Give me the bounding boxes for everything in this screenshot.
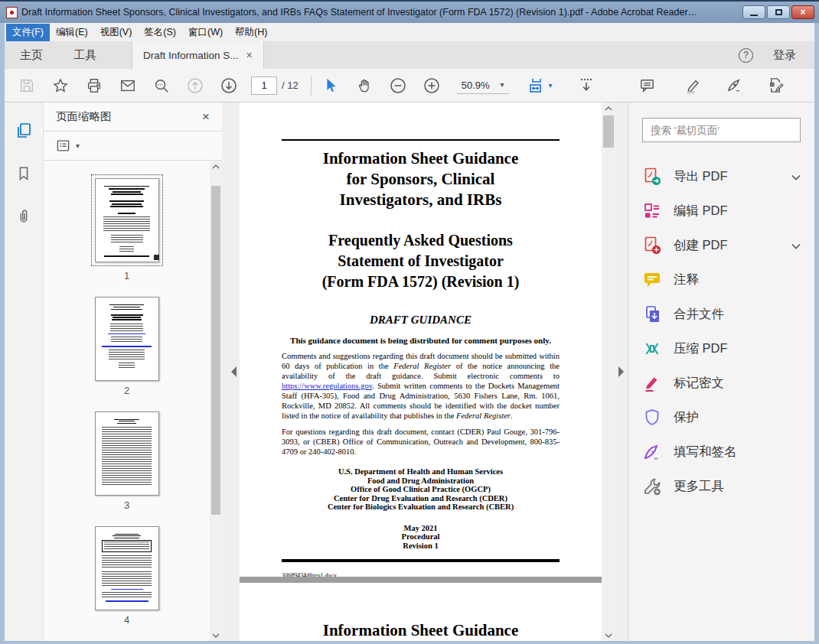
help-icon[interactable]: ?	[739, 48, 753, 63]
scroll-up-icon[interactable]	[602, 102, 615, 114]
tool-edit-pdf[interactable]: 编辑 PDF	[642, 194, 801, 228]
chevron-down-icon[interactable]	[791, 239, 801, 252]
questions-paragraph: For questions regarding this draft docum…	[282, 427, 560, 457]
email-button[interactable]	[116, 74, 139, 97]
scroll-down-icon[interactable]	[210, 629, 222, 641]
thumbnail-scrollbar[interactable]	[210, 161, 222, 641]
title-line: Investigators, and IRBs	[282, 190, 560, 210]
scroll-mode-button[interactable]	[575, 74, 598, 97]
hand-tool-button[interactable]	[353, 74, 376, 97]
title-rule	[282, 139, 560, 141]
sign-in-button[interactable]: 登录	[773, 48, 796, 63]
tool-more-tools[interactable]: 更多工具	[642, 469, 801, 503]
close-button[interactable]: ×	[791, 5, 814, 19]
tool-protect[interactable]: 保护	[642, 400, 801, 434]
thumbnail-page-number: 3	[124, 499, 129, 511]
chevron-down-icon[interactable]	[791, 170, 801, 184]
star-button[interactable]	[49, 74, 72, 97]
window-title: Draft Information Sheet Sponsors, Clinic…	[21, 7, 736, 18]
page-number-input[interactable]	[251, 76, 277, 95]
zoom-level-dropdown[interactable]: 50.9% ▾	[457, 77, 509, 94]
bookmarks-rail-button[interactable]	[12, 162, 35, 185]
thumbnail-page-1[interactable]	[91, 174, 163, 266]
next-page-button[interactable]	[217, 74, 240, 97]
minimize-icon	[750, 15, 758, 16]
tool-comment[interactable]: 注释	[642, 262, 801, 297]
tool-label: 保护	[674, 409, 699, 426]
date-line: Revision 1	[282, 542, 560, 551]
fit-width-button[interactable]: ▾	[523, 74, 556, 97]
search-button[interactable]	[150, 74, 173, 97]
date-line: May 2021	[282, 524, 560, 533]
right-panel-splitter[interactable]	[615, 102, 628, 641]
previous-page-button[interactable]	[184, 74, 207, 97]
document-scrollbar[interactable]	[602, 102, 615, 641]
redact-icon	[642, 373, 662, 393]
thumbnail-page-number: 4	[124, 614, 129, 626]
menu-edit[interactable]: 编辑(E)	[50, 24, 94, 41]
tools-search-input[interactable]	[642, 118, 801, 142]
tool-create-pdf[interactable]: 创建 PDF	[642, 228, 801, 262]
menu-view[interactable]: 视图(V)	[94, 24, 139, 41]
scroll-down-icon[interactable]	[602, 629, 615, 641]
fountain-pen-icon	[726, 76, 743, 94]
zoom-in-button[interactable]	[420, 74, 443, 97]
document-title: Information Sheet Guidance for Sponsors,…	[282, 148, 560, 210]
zoom-out-button[interactable]	[387, 74, 410, 97]
tool-export-pdf[interactable]: 导出 PDF	[642, 159, 801, 194]
comment-button[interactable]	[636, 74, 659, 97]
sign-button[interactable]	[723, 74, 746, 97]
fit-width-icon	[527, 76, 547, 95]
menu-sign[interactable]: 签名(S)	[138, 24, 182, 41]
thumbnail-panel: 页面缩略图 × ▾	[43, 102, 222, 641]
left-panel-splitter[interactable]	[222, 102, 240, 641]
thumbnail-page-3[interactable]	[95, 411, 159, 496]
page-scrolling-icon	[577, 76, 595, 95]
highlight-button[interactable]	[682, 74, 705, 97]
menu-bar: 文件(F) 编辑(E) 视图(V) 签名(S) 窗口(W) 帮助(H)	[5, 23, 814, 41]
thumbnail-page-2[interactable]	[95, 297, 159, 381]
scroll-up-icon[interactable]	[210, 161, 222, 172]
print-button[interactable]	[83, 74, 106, 97]
text-segment-italic: Federal Register	[456, 411, 511, 420]
caret-down-icon[interactable]: ▾	[76, 142, 80, 150]
tool-label: 注释	[674, 272, 699, 288]
footer-rule	[282, 559, 560, 562]
combine-files-icon	[642, 304, 662, 324]
subtitle-line: Statement of Investigator	[282, 251, 560, 272]
tab-close-icon[interactable]: ×	[246, 50, 253, 60]
save-button[interactable]	[15, 74, 38, 97]
tool-combine-files[interactable]: 合并文件	[642, 297, 801, 331]
tool-compress-pdf[interactable]: 压缩 PDF	[642, 331, 801, 366]
menu-window[interactable]: 窗口(W)	[182, 24, 229, 41]
tab-home[interactable]: 主页	[5, 41, 58, 69]
scrollbar-thumb[interactable]	[603, 115, 614, 148]
tool-redact[interactable]: 标记密文	[642, 366, 801, 400]
menu-file[interactable]: 文件(F)	[6, 24, 50, 41]
regulations-gov-link[interactable]: https://www.regulations.gov	[282, 382, 372, 390]
thumbnail-panel-close-icon[interactable]: ×	[202, 109, 210, 125]
scrollbar-thumb[interactable]	[211, 186, 220, 515]
zoom-level-value: 50.9%	[462, 80, 490, 91]
thumbnail-page-number: 1	[124, 270, 129, 281]
thumbnail-page-4[interactable]	[95, 526, 159, 610]
minimize-button[interactable]	[742, 5, 765, 19]
select-tool-button[interactable]	[319, 74, 342, 97]
page-thumbnails-rail-button[interactable]	[12, 119, 35, 142]
create-pdf-icon	[642, 236, 662, 255]
maximize-button[interactable]	[767, 5, 790, 19]
plus-circle-icon	[423, 76, 441, 95]
thumbnail-options-icon[interactable]	[56, 138, 70, 153]
collapse-left-panel-icon[interactable]	[226, 366, 237, 377]
date-line: Procedural	[282, 532, 560, 542]
tab-tools[interactable]: 工具	[58, 41, 112, 69]
attachments-rail-button[interactable]	[12, 205, 35, 228]
tab-document[interactable]: Draft Information S... ×	[132, 41, 264, 69]
tool-fill-sign[interactable]: 填写和签名	[642, 434, 801, 469]
collapse-right-panel-icon[interactable]	[618, 366, 629, 377]
tool-label: 标记密文	[674, 375, 724, 392]
tab-document-label: Draft Information S...	[143, 50, 239, 61]
edit-pdf-toolbar-button[interactable]	[765, 74, 788, 97]
menu-help[interactable]: 帮助(H)	[229, 24, 273, 41]
document-view: Information Sheet Guidance for Sponsors,…	[240, 102, 602, 641]
